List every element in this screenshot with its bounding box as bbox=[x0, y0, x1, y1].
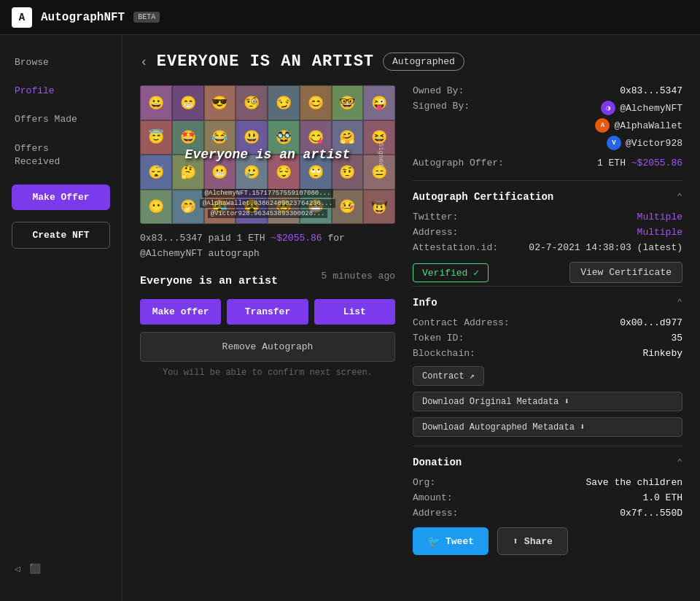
sidebar-create-nft-button[interactable]: Create NFT bbox=[12, 222, 110, 249]
signer-2-name: @AlphaWallet bbox=[614, 120, 682, 131]
certification-header: Autograph Certification ⌃ bbox=[413, 191, 682, 203]
info-token-row: Token ID: 35 bbox=[413, 333, 682, 344]
tweet-button[interactable]: 🐦 Tweet bbox=[413, 527, 489, 555]
share-button[interactable]: ⬆ Share bbox=[497, 527, 568, 555]
nft-main-text: Everyone is an artist bbox=[185, 147, 351, 162]
donation-address-label: Address: bbox=[413, 508, 458, 519]
contract-link-button[interactable]: Contract ↗ bbox=[413, 366, 484, 386]
nft-watermark-1: @AlchemyNFT.15717757559107080... bbox=[202, 189, 334, 198]
cert-attestation-row: Attestation.id: 02-7-2021 14:38:03 (late… bbox=[413, 242, 682, 253]
view-certificate-button[interactable]: View Certificate bbox=[569, 262, 682, 283]
info-header: Info ⌃ bbox=[413, 297, 682, 309]
left-panel: 😀😁😎🧐😏😊🤓😜😇🤩😂😃🥸😋🤗😆😴🤔😬🥲😌🙄🤨😑😶🤭😪😵🥴😷🤒🤠 Everyon… bbox=[140, 85, 395, 555]
signer-2: A @AlphaWallet bbox=[595, 118, 682, 133]
donation-address-row: Address: 0x7f...550D bbox=[413, 508, 682, 519]
certification-section: Autograph Certification ⌃ Twitter: Multi… bbox=[413, 180, 682, 283]
autograph-offer-value: 1 ETH ~$2055.86 bbox=[597, 158, 682, 168]
donation-org-label: Org: bbox=[413, 477, 435, 488]
cert-twitter-label: Twitter: bbox=[413, 212, 458, 222]
donation-org-value: Save the children bbox=[586, 477, 682, 488]
nft-image: 😀😁😎🧐😏😊🤓😜😇🤩😂😃🥸😋🤗😆😴🤔😬🥲😌🙄🤨😑😶🤭😪😵🥴😷🤒🤠 Everyon… bbox=[140, 85, 395, 224]
transfer-button[interactable]: Transfer bbox=[227, 299, 308, 325]
info-collapse-icon[interactable]: ⌃ bbox=[677, 297, 682, 309]
signer-1-avatar: ◑ bbox=[601, 101, 615, 115]
nft-time: 5 minutes ago bbox=[322, 271, 395, 282]
info-section: Info ⌃ Contract Address: 0x00...d977 Tok… bbox=[413, 286, 682, 443]
remove-autograph-button[interactable]: Remove Autograph bbox=[140, 332, 395, 362]
info-contract-row: Contract Address: 0x00...d977 bbox=[413, 317, 682, 328]
signer-3-avatar: V bbox=[607, 136, 621, 150]
app-logo: A bbox=[12, 7, 32, 28]
nft-title: Everyone is an artist bbox=[140, 275, 278, 287]
donation-section: Donation ⌃ Org: Save the children Amount… bbox=[413, 446, 682, 519]
list-button[interactable]: List bbox=[314, 299, 395, 325]
certification-collapse-icon[interactable]: ⌃ bbox=[677, 191, 682, 203]
nft-info: 0x83...5347 paid 1 ETH ~$2055.86 for @Al… bbox=[140, 231, 395, 262]
share-icon: ⬆ bbox=[513, 535, 518, 547]
owned-by-label: Owned By: bbox=[413, 85, 464, 96]
cert-address-label: Address: bbox=[413, 227, 458, 238]
cert-twitter-value: Multiple bbox=[637, 212, 682, 222]
beta-badge: BETA bbox=[133, 12, 160, 23]
signer-1-name: @AlchemyNFT bbox=[620, 103, 682, 114]
download-autographed-button[interactable]: Download Autographed Metadata ⬇ bbox=[413, 417, 682, 437]
info-blockchain-row: Blockchain: Rinkeby bbox=[413, 348, 682, 359]
signer-2-avatar: A bbox=[595, 118, 610, 133]
action-buttons: Make offer Transfer List bbox=[140, 299, 395, 325]
autograph-offer-row: Autograph Offer: 1 ETH ~$2055.86 bbox=[413, 158, 682, 168]
nft-info-text: 0x83...5347 paid 1 ETH bbox=[140, 233, 271, 244]
cert-address-row: Address: Multiple bbox=[413, 227, 682, 238]
donation-amount-row: Amount: 1.0 ETH bbox=[413, 492, 682, 503]
certification-title: Autograph Certification bbox=[413, 191, 553, 203]
signer-3-name: @Victor928 bbox=[626, 138, 682, 149]
info-buttons: Contract ↗ Download Original Metadata ⬇ … bbox=[413, 366, 682, 443]
page-title-row: ‹ EVERYONE IS AN ARTIST Autographed bbox=[140, 53, 682, 71]
info-contract-label: Contract Address: bbox=[413, 317, 510, 328]
owned-by-row: Owned By: 0x83...5347 bbox=[413, 85, 682, 96]
sidebar-icon-2[interactable]: ⬛ bbox=[29, 563, 41, 575]
autographed-badge: Autographed bbox=[383, 53, 464, 71]
sidebar-item-offers-made[interactable]: Offers Made bbox=[0, 106, 122, 132]
signer-1: ◑ @AlchemyNFT bbox=[601, 101, 682, 115]
signers-block: ◑ @AlchemyNFT A @AlphaWallet V @Victor92… bbox=[595, 101, 682, 150]
autograph-offer-usd: ~$2055.86 bbox=[631, 158, 682, 168]
donation-org-row: Org: Save the children bbox=[413, 477, 682, 488]
sidebar-icon-1[interactable]: ◁ bbox=[15, 563, 20, 575]
info-blockchain-value: Rinkeby bbox=[642, 348, 682, 359]
sidebar: Browse Profile Offers Made OffersReceive… bbox=[0, 35, 122, 601]
twitter-icon: 🐦 bbox=[427, 535, 440, 548]
sidebar-item-browse[interactable]: Browse bbox=[0, 50, 122, 75]
back-arrow-icon[interactable]: ‹ bbox=[140, 55, 148, 69]
info-title: Info bbox=[413, 297, 438, 309]
autograph-offer-label: Autograph Offer: bbox=[413, 158, 504, 168]
donation-header: Donation ⌃ bbox=[413, 457, 682, 468]
app-title: AutographNFT bbox=[41, 11, 125, 24]
sidebar-item-offers-received[interactable]: OffersReceived bbox=[0, 135, 122, 176]
main-content: ‹ EVERYONE IS AN ARTIST Autographed 😀😁😎🧐… bbox=[122, 35, 700, 601]
nft-title-time-row: Everyone is an artist 5 minutes ago bbox=[140, 268, 395, 287]
nft-watermark-3: @Victor928.963453893300028... bbox=[208, 209, 328, 218]
page-title: EVERYONE IS AN ARTIST bbox=[157, 53, 374, 71]
main-layout: Browse Profile Offers Made OffersReceive… bbox=[0, 35, 700, 601]
nft-side-text: Signed bbox=[377, 143, 384, 166]
cert-twitter-row: Twitter: Multiple bbox=[413, 212, 682, 222]
sidebar-make-offer-button[interactable]: Make Offer bbox=[12, 185, 110, 210]
nft-highlight-amount: ~$2055.86 bbox=[271, 233, 322, 244]
download-original-button[interactable]: Download Original Metadata ⬇ bbox=[413, 392, 682, 411]
info-contract-value: 0x00...d977 bbox=[620, 317, 682, 328]
donation-address-value: 0x7f...550D bbox=[620, 508, 682, 519]
app-header: A AutographNFT BETA bbox=[0, 0, 700, 35]
info-blockchain-label: Blockchain: bbox=[413, 348, 475, 359]
confirm-text: You will be able to confirm next screen. bbox=[140, 368, 395, 378]
donation-collapse-icon[interactable]: ⌃ bbox=[677, 457, 682, 468]
signed-by-label: Signed By: bbox=[413, 101, 470, 112]
cert-attestation-label: Attestation.id: bbox=[413, 242, 498, 253]
cert-attestation-value: 02-7-2021 14:38:03 (latest) bbox=[529, 242, 682, 253]
donation-title: Donation bbox=[413, 457, 462, 468]
nft-watermarks: @AlchemyNFT.15717757559107080... @AlphaW… bbox=[140, 189, 395, 218]
content-row: 😀😁😎🧐😏😊🤓😜😇🤩😂😃🥸😋🤗😆😴🤔😬🥲😌🙄🤨😑😶🤭😪😵🥴😷🤒🤠 Everyon… bbox=[140, 85, 682, 555]
cert-buttons-row: Verified ✓ View Certificate bbox=[413, 262, 682, 283]
make-offer-button[interactable]: Make offer bbox=[140, 299, 221, 325]
sidebar-item-profile[interactable]: Profile bbox=[0, 78, 122, 104]
cert-address-value: Multiple bbox=[637, 227, 682, 238]
